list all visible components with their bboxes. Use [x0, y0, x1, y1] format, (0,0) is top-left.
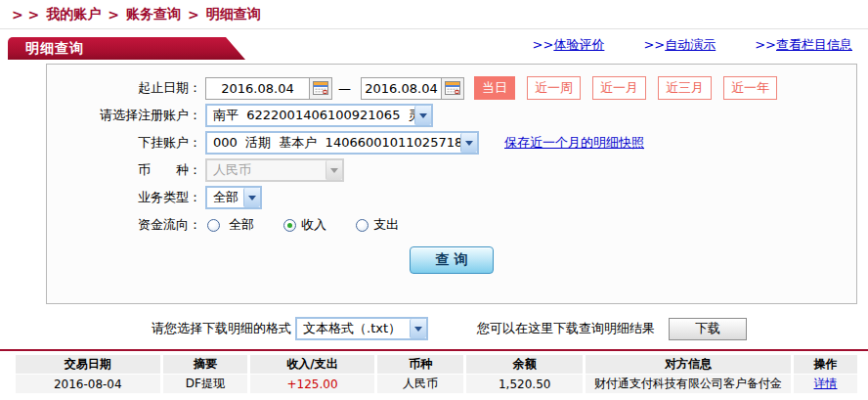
- registered-account-row: 请选择注册账户： 南平 6222001406100921065 灵通卡: [47, 104, 856, 127]
- header-date: 交易日期: [16, 355, 160, 374]
- sub-account-select[interactable]: 000 活期 基本户 1406600101102571848: [205, 131, 479, 155]
- chevron-down-icon[interactable]: [243, 188, 260, 207]
- download-format-value: 文本格式（.txt）: [297, 320, 410, 337]
- currency-row: 币 种： 人民币: [47, 158, 856, 182]
- end-date-value: 2016.08.04: [362, 78, 441, 99]
- sub-account-row: 下挂账户： 000 活期 基本户 1406600101102571848 保存近…: [47, 131, 856, 155]
- business-type-row: 业务类型： 全部: [47, 186, 856, 209]
- link-marker: >>: [533, 37, 554, 52]
- fund-flow-options: 全部 收入 支出: [207, 216, 428, 234]
- quick-range-today-button[interactable]: 当日: [474, 76, 515, 100]
- header-counterparty: 对方信息: [586, 355, 791, 374]
- date-range-separator: —: [338, 81, 351, 96]
- registered-account-select[interactable]: 南平 6222001406100921065 灵通卡: [205, 104, 433, 127]
- business-type-value: 全部: [207, 189, 243, 206]
- breadcrumb-item-account-query[interactable]: 账务查询: [126, 6, 181, 23]
- query-form-panel: 起止日期： 2016.08.04 — 2016.08.04: [46, 64, 857, 304]
- download-hint: 您可以在这里下载查询明细结果: [477, 320, 655, 337]
- link-marker: >>: [755, 37, 776, 52]
- cell-summary: DF提现: [163, 375, 248, 393]
- start-date-value: 2016.08.04: [206, 78, 309, 99]
- cell-balance: 1,520.50: [466, 375, 583, 393]
- breadcrumb-separator: >: [108, 7, 119, 22]
- end-date-calendar-button[interactable]: [441, 78, 463, 99]
- download-row: 请您选择下载明细的格式 文本格式（.txt） 您可以在这里下载查询明细结果 下载: [0, 316, 868, 341]
- download-format-label: 请您选择下载明细的格式: [152, 320, 291, 337]
- currency-label: 币 种：: [47, 161, 201, 179]
- cell-action: 详情: [794, 375, 857, 393]
- business-type-select[interactable]: 全部: [205, 186, 262, 209]
- link-experience-rating[interactable]: >>体验评价: [533, 36, 605, 54]
- link-marker: >>: [643, 37, 665, 52]
- link-view-column-info[interactable]: >>查看栏目信息: [755, 36, 852, 54]
- currency-value: 人民币: [207, 161, 326, 179]
- tab-label: 明细查询: [25, 40, 84, 58]
- fund-flow-option-all[interactable]: 全部: [207, 216, 254, 234]
- quick-range-week-button[interactable]: 近一周: [527, 76, 581, 100]
- download-format-select[interactable]: 文本格式（.txt）: [295, 317, 428, 340]
- quick-range-year-button[interactable]: 近一年: [723, 76, 777, 100]
- radio-unchecked-icon[interactable]: [207, 219, 220, 232]
- page: > > 我的账户 > 账务查询 > 明细查询 明细查询 >>体验评价 >>自动演…: [0, 0, 868, 400]
- fund-flow-row: 资金流向： 全部 收入 支出: [47, 213, 856, 237]
- start-date-calendar-button[interactable]: [309, 78, 331, 99]
- query-button[interactable]: 查 询: [410, 246, 494, 274]
- chevron-down-icon[interactable]: [460, 133, 477, 153]
- header-currency: 币种: [377, 355, 464, 374]
- save-snapshot-link[interactable]: 保存近一个月的明细快照: [504, 134, 644, 152]
- cell-counterparty: 财付通支付科技有限公司客户备付金: [586, 375, 791, 393]
- breadcrumb-separator: >: [188, 7, 199, 22]
- table-header-row: 交易日期 摘要 收入/支出 币种 余额 对方信息 操作: [16, 355, 857, 374]
- date-range-label: 起止日期：: [47, 79, 201, 97]
- download-button[interactable]: 下载: [669, 318, 747, 340]
- quick-range-3months-button[interactable]: 近三月: [658, 76, 712, 100]
- radio-unchecked-icon[interactable]: [356, 219, 369, 232]
- registered-account-value: 南平 6222001406100921065 灵通卡: [207, 107, 414, 124]
- fund-flow-label: 资金流向：: [47, 216, 201, 234]
- start-date-input[interactable]: 2016.08.04: [205, 77, 332, 100]
- breadcrumb-item-detail-query[interactable]: 明细查询: [206, 6, 261, 23]
- chevron-down-icon[interactable]: [414, 106, 431, 125]
- cell-currency: 人民币: [377, 375, 464, 393]
- end-date-input[interactable]: 2016.08.04: [361, 77, 464, 100]
- breadcrumb-markers: > >: [12, 7, 39, 22]
- tab-bar: 明细查询 >>体验评价 >>自动演示 >>查看栏目信息: [0, 29, 868, 60]
- table-row: 2016-08-04 DF提现 +125.00 人民币 1,520.50 财付通…: [16, 375, 857, 393]
- header-balance: 余额: [466, 355, 583, 374]
- top-links: >>体验评价 >>自动演示 >>查看栏目信息: [533, 36, 852, 54]
- sub-account-label: 下挂账户：: [47, 134, 201, 152]
- currency-select: 人民币: [205, 158, 344, 182]
- sub-account-value: 000 活期 基本户 1406600101102571848: [207, 134, 460, 152]
- business-type-label: 业务类型：: [47, 189, 201, 206]
- chevron-down-icon: [326, 160, 342, 180]
- date-range-row: 起止日期： 2016.08.04 — 2016.08.04: [47, 76, 856, 100]
- quick-range-month-button[interactable]: 近一月: [592, 76, 646, 100]
- fund-flow-option-expense[interactable]: 支出: [356, 216, 399, 234]
- header-action: 操作: [794, 355, 857, 374]
- calendar-icon: [313, 81, 328, 95]
- registered-account-label: 请选择注册账户：: [47, 107, 201, 124]
- red-divider: [0, 349, 868, 351]
- header-amount: 收入/支出: [250, 355, 373, 374]
- cell-amount: +125.00: [250, 375, 373, 393]
- fund-flow-option-income[interactable]: 收入: [283, 216, 326, 234]
- radio-checked-icon[interactable]: [283, 219, 296, 232]
- link-auto-demo[interactable]: >>自动演示: [643, 36, 716, 54]
- breadcrumb-item-my-account[interactable]: 我的账户: [46, 6, 101, 23]
- tab-detail-query[interactable]: 明细查询: [8, 37, 245, 60]
- chevron-down-icon[interactable]: [410, 319, 426, 338]
- results-table: 交易日期 摘要 收入/支出 币种 余额 对方信息 操作 2016-08-04 D…: [13, 354, 860, 394]
- breadcrumb: > > 我的账户 > 账务查询 > 明细查询: [0, 0, 868, 29]
- header-summary: 摘要: [163, 355, 248, 374]
- cell-date: 2016-08-04: [16, 375, 160, 393]
- calendar-icon: [445, 81, 460, 95]
- detail-link[interactable]: 详情: [814, 377, 838, 390]
